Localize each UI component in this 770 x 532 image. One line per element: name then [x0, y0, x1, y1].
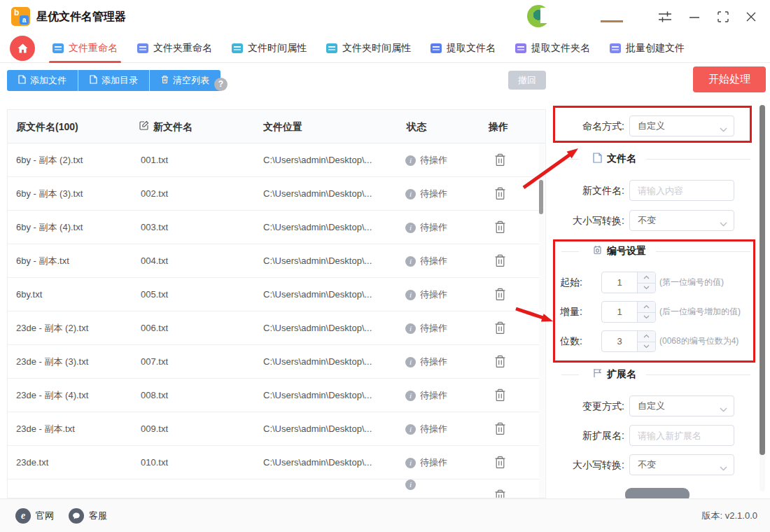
delete-row-button[interactable]: [493, 321, 507, 335]
trash-icon: [161, 75, 169, 86]
increment-hint: (后一位编号增加的值): [659, 301, 741, 323]
undo-button[interactable]: 撤回: [508, 71, 546, 90]
home-button[interactable]: [10, 36, 35, 61]
new-extension-input[interactable]: [629, 425, 734, 446]
digits-stepper[interactable]: 3: [601, 330, 656, 352]
new-filename: 009.txt: [141, 412, 168, 446]
original-filename: 6by - 副本.txt: [16, 244, 69, 278]
original-filename: 23de - 副本 (3).txt: [16, 345, 88, 379]
ext-case-convert-select[interactable]: 不变: [629, 454, 734, 475]
case-convert-select[interactable]: 不变: [629, 210, 734, 231]
tab-icon: [610, 43, 621, 53]
stepper-up-button[interactable]: [638, 272, 655, 283]
stepper-down-button[interactable]: [638, 283, 655, 293]
naming-mode-label: 命名方式:: [546, 115, 629, 136]
tab-item[interactable]: 批量创建文件: [610, 34, 685, 63]
document-icon: [593, 153, 602, 166]
tab-icon: [515, 43, 526, 53]
info-icon: i: [405, 424, 416, 435]
panel-scrollbar-thumb[interactable]: [760, 105, 765, 455]
new-filename-input[interactable]: [629, 180, 734, 201]
delete-row-button[interactable]: [493, 388, 507, 402]
delete-row-button[interactable]: [493, 355, 507, 369]
status-badge: i 待操作: [405, 211, 447, 244]
change-mode-select[interactable]: 自定义: [629, 396, 734, 416]
ext-case-convert-label: 大小写转换:: [546, 454, 629, 475]
extension-section-header: 扩展名: [561, 368, 750, 382]
file-table: 原文件名(100) 新文件名 文件位置 状态 操作 6by - 副本 (2).t…: [7, 109, 546, 498]
file-icon: [18, 75, 26, 86]
status-badge: i 待操作: [405, 379, 447, 412]
new-filename: 001.txt: [141, 144, 168, 177]
naming-mode-select[interactable]: 自定义: [629, 115, 734, 136]
delete-row-button[interactable]: [493, 422, 507, 436]
close-button[interactable]: [743, 8, 760, 25]
stepper-up-button[interactable]: [638, 302, 655, 312]
increment-label: 增量:: [546, 301, 587, 323]
delete-row-button[interactable]: [493, 456, 507, 470]
col-file-location: 文件位置: [263, 110, 302, 144]
settings-sliders-icon[interactable]: [657, 8, 673, 25]
maximize-button[interactable]: [715, 8, 732, 25]
file-location: C:\Users\admin\Desktop\...: [263, 211, 372, 244]
new-filename: 003.txt: [141, 211, 168, 244]
delete-row-button[interactable]: [493, 489, 507, 498]
table-row: 23de - 副本 (2).txt 006.txt C:\Users\admin…: [8, 312, 545, 345]
tab-item[interactable]: 文件重命名: [52, 34, 118, 63]
status-badge: i 待操作: [405, 144, 447, 177]
chat-bubble-icon: [69, 508, 84, 524]
table-row: 6by - 副本 (4).txt 003.txt C:\Users\admin\…: [8, 211, 545, 244]
file-location: C:\Users\admin\Desktop\...: [263, 446, 372, 479]
file-icon: [90, 75, 97, 86]
original-filename: 23de - 副本 (4).txt: [16, 379, 88, 412]
start-processing-button[interactable]: 开始处理: [693, 66, 766, 92]
tab-item[interactable]: 文件夹时间属性: [326, 34, 411, 63]
info-icon: i: [405, 256, 416, 267]
stepper-up-button[interactable]: [638, 331, 655, 342]
tab-item[interactable]: 文件时间属性: [232, 34, 307, 63]
table-scrollbar-thumb[interactable]: [539, 180, 543, 214]
status-badge: i: [405, 479, 420, 490]
table-row: 6by - 副本 (3).txt 002.txt C:\Users\admin\…: [8, 177, 545, 211]
table-scrollbar-track[interactable]: [539, 144, 545, 498]
digits-hint: (0068的编号位数为4): [659, 330, 738, 352]
chevron-down-icon: [720, 463, 727, 473]
delete-row-button[interactable]: [493, 254, 507, 268]
add-directory-button[interactable]: 添加目录: [78, 70, 149, 91]
official-site-link[interactable]: e 官网: [15, 499, 54, 532]
help-button[interactable]: ?: [214, 78, 227, 91]
tab-item[interactable]: 文件夹重命名: [137, 34, 212, 63]
table-row: 6by.txt 005.txt C:\Users\admin\Desktop\.…: [8, 278, 545, 312]
info-icon: i: [405, 290, 416, 300]
info-icon: i: [405, 189, 416, 200]
info-icon: i: [405, 458, 416, 468]
toolbar-button-group: 添加文件 添加目录 清空列表: [7, 70, 220, 91]
col-operation: 操作: [489, 110, 508, 144]
add-file-button[interactable]: 添加文件: [7, 70, 78, 91]
file-location: C:\Users\admin\Desktop\...: [263, 412, 372, 446]
tab-item[interactable]: 提取文件夹名: [515, 34, 590, 63]
filename-section-header: 文件名: [561, 152, 750, 166]
new-filename: 002.txt: [141, 177, 168, 211]
file-location: C:\Users\admin\Desktop\...: [263, 144, 372, 177]
clear-list-button[interactable]: 清空列表: [149, 70, 220, 91]
status-badge: i 待操作: [405, 345, 447, 379]
stepper-down-button[interactable]: [638, 312, 655, 323]
increment-stepper[interactable]: 1: [601, 301, 656, 323]
info-icon: i: [405, 155, 416, 166]
file-location: C:\Users\admin\Desktop\...: [263, 312, 372, 345]
info-icon: i: [405, 357, 416, 368]
tab-item[interactable]: 提取文件名: [430, 34, 496, 63]
panel-scrollbar-track[interactable]: [760, 105, 765, 491]
original-filename: 23de.txt: [16, 446, 48, 479]
stepper-down-button[interactable]: [638, 342, 655, 352]
new-filename: 004.txt: [141, 244, 168, 278]
delete-row-button[interactable]: [493, 187, 507, 201]
delete-row-button[interactable]: [493, 153, 507, 167]
tab-icon: [326, 43, 337, 53]
customer-support-link[interactable]: 客服: [69, 499, 107, 532]
delete-row-button[interactable]: [493, 288, 507, 302]
delete-row-button[interactable]: [493, 220, 507, 234]
minimize-button[interactable]: [686, 8, 703, 25]
start-number-stepper[interactable]: 1: [601, 272, 656, 293]
